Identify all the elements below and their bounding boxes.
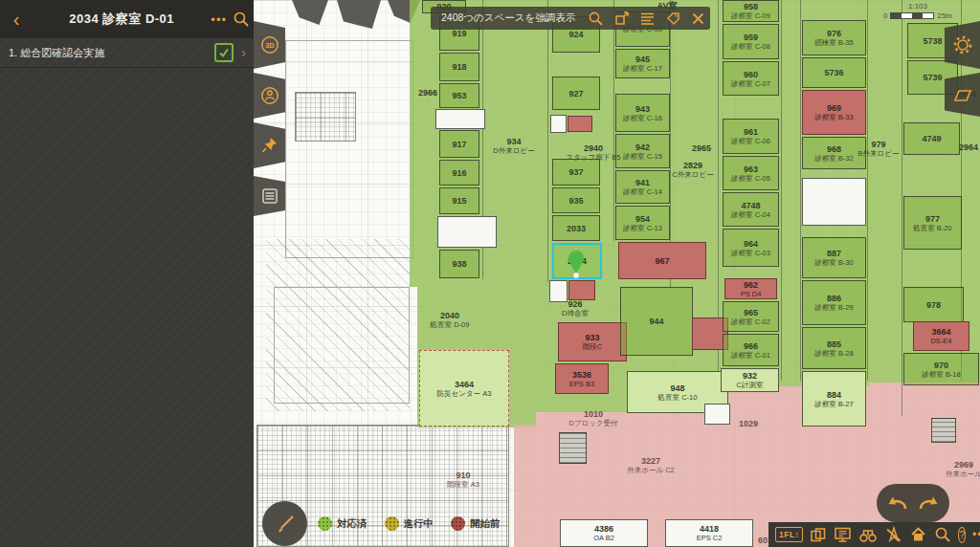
space-935[interactable]: 935: [552, 187, 600, 213]
space[interactable]: [568, 280, 595, 300]
settings-tab[interactable]: [945, 21, 980, 69]
gear-icon: [951, 33, 974, 56]
checklist-item-row[interactable]: 1. 総合図確認会実施 ›: [0, 38, 254, 68]
space-938[interactable]: 938: [439, 250, 479, 278]
space-927[interactable]: 927: [552, 77, 600, 110]
space-969[interactable]: 969診察室 B-33: [802, 90, 866, 135]
redo-button[interactable]: [917, 493, 942, 513]
space-5736[interactable]: 5736: [802, 57, 866, 88]
space-959[interactable]: 959診察室 C-08: [723, 24, 779, 59]
space-977[interactable]: 977処置室 B-20: [903, 196, 962, 250]
space[interactable]: [435, 109, 485, 129]
space[interactable]: [550, 115, 567, 133]
app-window: 9209199189539179169159389249279379352033…: [0, 0, 980, 547]
space-976[interactable]: 976聴検室 B-35: [802, 20, 866, 55]
sheets-icon[interactable]: [810, 527, 827, 543]
issue-person-tab[interactable]: [254, 73, 285, 119]
space-943[interactable]: 943診察室 C-16: [615, 94, 670, 132]
back-button[interactable]: ‹: [0, 10, 33, 29]
search-button[interactable]: [934, 526, 951, 543]
space-958[interactable]: 958診察室 C-09: [723, 0, 779, 22]
space-932[interactable]: 932C計測室: [721, 368, 779, 392]
checklist-checkbox[interactable]: [214, 43, 234, 62]
space-961[interactable]: 961診察室 C-06: [723, 119, 779, 154]
legend-dot-done: [318, 516, 332, 531]
svg-text:3D: 3D: [265, 41, 275, 50]
space[interactable]: [931, 418, 956, 443]
help-button[interactable]: ?: [958, 527, 966, 543]
map-label-2829: 2829C外来ロビー: [672, 161, 713, 179]
close-highlight-icon[interactable]: [691, 11, 705, 26]
level-selector[interactable]: 1FL↕: [775, 527, 803, 542]
space-886[interactable]: 886診察室 B-29: [802, 280, 866, 325]
space-4748[interactable]: 4748診察室 C-04: [723, 192, 779, 227]
space-941[interactable]: 941診察室 C-14: [615, 170, 670, 204]
space-list-icon[interactable]: [639, 11, 656, 26]
markup-pen-button[interactable]: [262, 501, 307, 546]
space-3464[interactable]: 3464防災センター A3: [419, 350, 509, 427]
space-962[interactable]: 962PS D4: [724, 278, 777, 299]
legend-label-done: 対応済: [337, 517, 368, 531]
search-icon[interactable]: [233, 11, 250, 28]
screen-view-icon[interactable]: [834, 526, 852, 543]
space-953[interactable]: 953: [439, 83, 479, 108]
space-3664[interactable]: 3664DS-E4: [913, 321, 969, 351]
selected-space-pin[interactable]: [565, 249, 588, 279]
space-945[interactable]: 945診察室 C-17: [615, 49, 670, 78]
chevron-right-icon: ›: [241, 45, 246, 60]
space-885[interactable]: 885診察室 B-28: [802, 327, 866, 369]
map-label-2940: 2940スタッフ廊下 B5: [567, 143, 621, 162]
space-2033[interactable]: 2033: [552, 215, 600, 241]
map-label-2040: 2040処置室 D-09: [431, 311, 470, 329]
undo-redo-pill: [877, 484, 949, 522]
space-916[interactable]: 916: [439, 160, 479, 186]
legend-item-done: 対応済: [318, 516, 368, 531]
undo-button[interactable]: [884, 493, 909, 513]
search-spaces-icon[interactable]: [588, 11, 604, 27]
space[interactable]: [559, 432, 587, 464]
space-964[interactable]: 964診察室 C-03: [723, 229, 779, 267]
space-4749[interactable]: 4749: [903, 122, 960, 155]
space-963[interactable]: 963診察室 C-05: [723, 156, 779, 190]
space-954[interactable]: 954診察室 C-13: [615, 206, 670, 240]
home-button[interactable]: [909, 526, 927, 543]
3d-view-icon: 3D: [259, 34, 280, 55]
space-915[interactable]: 915: [439, 187, 479, 214]
list-panel-tab[interactable]: [254, 176, 285, 216]
space-968[interactable]: 968診察室 B-32: [802, 137, 866, 169]
space-965[interactable]: 965診察室 C-02: [723, 301, 779, 332]
space-966[interactable]: 966診察室 C-01: [723, 334, 779, 366]
scale-ratio: 1:103: [908, 2, 927, 11]
corridor-wall: [902, 0, 902, 416]
more-menu-button[interactable]: •••: [211, 12, 227, 27]
space[interactable]: [802, 178, 866, 226]
navigation-off-icon[interactable]: [884, 526, 902, 543]
pin-tab[interactable]: [254, 122, 285, 168]
space-933[interactable]: 933階段C: [558, 322, 627, 361]
space-942[interactable]: 942診察室 C-15: [615, 134, 670, 168]
view-3d-tab[interactable]: 3D: [254, 21, 285, 69]
space-884[interactable]: 884診察室 B-27: [802, 371, 866, 427]
space-967[interactable]: 967: [618, 242, 706, 279]
space-887[interactable]: 887診察室 B-30: [802, 237, 866, 278]
space-978[interactable]: 978: [903, 287, 964, 322]
space[interactable]: [704, 404, 730, 425]
space-960[interactable]: 960診察室 C-07: [723, 61, 779, 96]
space-tag-icon[interactable]: [665, 11, 681, 27]
legend-label-notstarted: 開始前: [470, 517, 501, 531]
space-4418[interactable]: 4418EPS C2: [665, 519, 753, 547]
corridor-wall: [781, 0, 782, 381]
space-970[interactable]: 970診察室 B-18: [903, 353, 979, 385]
space-944[interactable]: 944: [620, 287, 693, 356]
plans-tab[interactable]: [945, 73, 980, 117]
space-937[interactable]: 937: [552, 159, 600, 186]
space-4386[interactable]: 4386OA B2: [560, 519, 648, 547]
binoculars-icon[interactable]: [858, 527, 878, 543]
space-917[interactable]: 917: [439, 130, 479, 158]
isolate-spaces-icon[interactable]: [613, 11, 630, 27]
space[interactable]: [568, 116, 592, 132]
space[interactable]: [437, 216, 497, 248]
more-tools-button[interactable]: •••: [972, 528, 980, 541]
space-918[interactable]: 918: [439, 53, 479, 81]
space-3536[interactable]: 3536EPS B3: [555, 363, 609, 394]
